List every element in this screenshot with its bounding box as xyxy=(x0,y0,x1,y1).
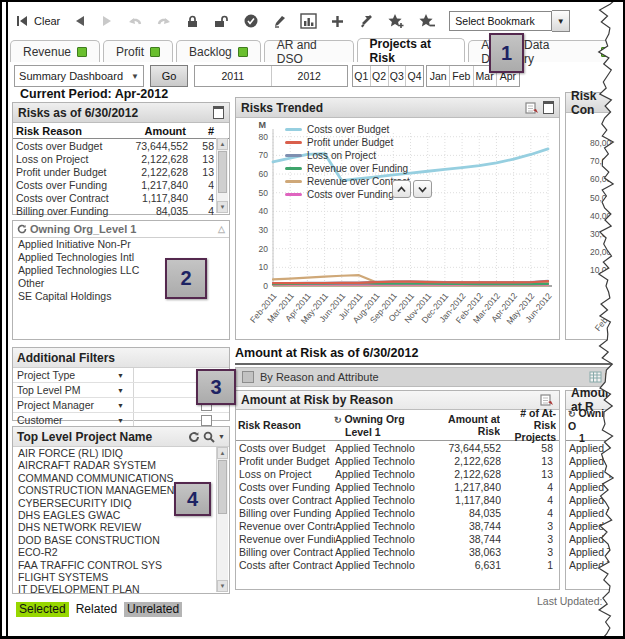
table-row[interactable]: Loss on ProjectApplied Technolo2,122,628… xyxy=(236,467,559,480)
col-at-risk-projects[interactable]: # of At-Risk Projects xyxy=(500,407,556,443)
apply-button[interactable] xyxy=(243,13,259,29)
chevron-down-icon[interactable]: ▼ xyxy=(117,417,131,424)
tab-ar-and-dso[interactable]: AR and DSO xyxy=(264,40,354,62)
table-row[interactable]: Profit under Budget2,122,62813 xyxy=(13,165,217,178)
tab-profit[interactable]: Profit xyxy=(103,40,173,62)
restore-icon[interactable] xyxy=(213,106,224,119)
list-item[interactable]: Applied Initiative Non-Pr xyxy=(13,238,229,251)
add-bookmark-button[interactable] xyxy=(387,13,405,29)
month-button[interactable]: Feb xyxy=(449,66,472,86)
quarter-button[interactable]: Q2 xyxy=(370,66,388,86)
table-row[interactable]: Costs after Contract EApplied Technolo6,… xyxy=(236,558,559,571)
list-item[interactable]: DHS NETWORK REVIEW xyxy=(13,521,217,533)
scroll-down-icon[interactable]: ▼ xyxy=(217,580,228,592)
bookmark-select[interactable]: Select Bookmark ▼ xyxy=(449,10,570,32)
list-item[interactable]: FAA TRAFFIC CONTROL SYS xyxy=(13,559,217,571)
table-row[interactable]: Billing over ContractApplied Technolo38,… xyxy=(236,545,559,558)
filter-select[interactable]: Top Level PM xyxy=(13,384,117,396)
search-icon[interactable] xyxy=(203,431,215,443)
quarter-button[interactable]: Q1 xyxy=(353,66,370,86)
remove-bookmark-button[interactable] xyxy=(418,13,436,29)
month-button[interactable]: Jan xyxy=(427,66,449,86)
add-button[interactable] xyxy=(330,14,345,29)
table-row[interactable]: Costs over ContractApplied Technolo1,117… xyxy=(236,493,559,506)
table-row[interactable]: Costs over Contract1,117,8404 xyxy=(13,191,217,204)
legend-item[interactable]: Costs over Budget xyxy=(285,123,410,136)
table-row[interactable]: Billing over FundingApplied Technolo84,0… xyxy=(236,506,559,519)
quarter-button[interactable]: Q4 xyxy=(405,66,423,86)
refresh-icon[interactable] xyxy=(188,431,200,443)
table-row[interactable]: Revenue over ContraApplied Technolo38,74… xyxy=(236,519,559,532)
col-count[interactable]: # xyxy=(186,125,214,137)
sort-icon[interactable]: △ xyxy=(218,224,225,234)
checkbox[interactable] xyxy=(242,371,254,383)
table-row[interactable]: Costs over Funding1,217,8404 xyxy=(13,178,217,191)
report-selector[interactable]: Summary Dashboard ▼ xyxy=(14,65,144,87)
legend-item[interactable]: Loss on Project xyxy=(285,149,410,162)
chart-button[interactable] xyxy=(300,13,317,29)
tab-projects-at-risk[interactable]: Projects at Risk xyxy=(357,38,466,62)
chevron-down-icon[interactable]: ▼ xyxy=(117,402,131,409)
project-scrollbar[interactable]: ▲ ▼ xyxy=(216,447,228,592)
list-item[interactable]: IT DEVELOPMENT PLAN xyxy=(13,583,217,595)
legend-item[interactable]: Profit under Budget xyxy=(285,136,410,149)
restore-icon[interactable] xyxy=(543,101,554,114)
tool-button[interactable] xyxy=(358,14,374,29)
filter-select[interactable]: Project Type xyxy=(13,369,117,381)
risks-scrollbar[interactable]: ▲ ▼ xyxy=(216,138,228,213)
refresh-icon[interactable] xyxy=(17,224,27,234)
list-item[interactable]: ECO-R2 xyxy=(13,546,217,558)
chevron-down-icon[interactable]: ▼ xyxy=(218,433,225,440)
filter-select[interactable]: Project Manager xyxy=(13,399,117,411)
back-button[interactable] xyxy=(73,14,87,28)
scroll-down-button[interactable] xyxy=(413,180,432,198)
toggle-label[interactable]: By Reason and Attribute xyxy=(260,371,379,383)
refresh-icon[interactable]: ↻ xyxy=(568,409,576,419)
tab-backlog[interactable]: Backlog xyxy=(176,40,261,62)
col-risk-reason[interactable]: Risk Reason xyxy=(16,125,120,137)
clear-button[interactable]: Clear xyxy=(14,13,60,29)
chevron-down-icon[interactable]: ▼ xyxy=(552,10,570,32)
undo-button[interactable] xyxy=(127,14,143,28)
legend-item[interactable]: Revenue over Funding xyxy=(285,162,410,175)
col-owning-org[interactable]: ↻ Owning Org Level 1 xyxy=(334,413,428,438)
unlock-button[interactable] xyxy=(213,14,230,29)
list-item[interactable]: AIRCRAFT RADAR SYSTEM xyxy=(13,459,217,471)
table-row[interactable]: Costs over FundingApplied Technolo1,217,… xyxy=(236,480,559,493)
chevron-down-icon[interactable]: ▼ xyxy=(117,372,131,379)
table-row[interactable]: Costs over Budget73,644,55258 xyxy=(13,139,217,152)
table-row[interactable]: Profit under BudgetApplied Technolo2,122… xyxy=(236,454,559,467)
checkbox[interactable] xyxy=(201,415,212,426)
export-icon[interactable] xyxy=(525,102,539,114)
lock-button[interactable] xyxy=(185,14,200,29)
scroll-up-button[interactable] xyxy=(392,180,411,198)
scroll-up-icon[interactable]: ▲ xyxy=(217,447,228,459)
scroll-up-icon[interactable]: ▲ xyxy=(217,138,228,150)
forward-button[interactable] xyxy=(100,14,114,28)
year-button[interactable]: 2011 xyxy=(195,66,271,86)
quarter-button[interactable]: Q3 xyxy=(388,66,406,86)
table-row[interactable]: Billing over Funding84,0354 xyxy=(13,204,217,217)
chevron-down-icon[interactable]: ▼ xyxy=(117,387,131,394)
col-risk-reason[interactable]: Risk Reason xyxy=(238,419,334,431)
table-row[interactable]: Revenue over FundinApplied Technolo38,74… xyxy=(236,532,559,545)
redo-button[interactable] xyxy=(156,14,172,28)
col-amount-at-risk[interactable]: Amount at Risk xyxy=(428,413,500,437)
refresh-icon[interactable]: ↻ xyxy=(334,415,342,425)
export-icon[interactable] xyxy=(540,394,554,406)
scroll-thumb[interactable] xyxy=(218,460,227,514)
filter-select[interactable]: Customer xyxy=(13,414,117,426)
list-item[interactable]: FLIGHT SYSTEMS xyxy=(13,571,217,583)
scroll-down-icon[interactable]: ▼ xyxy=(217,201,228,213)
go-button[interactable]: Go xyxy=(150,65,188,87)
list-item[interactable]: AIR FORCE (RL) IDIQ xyxy=(13,447,217,459)
list-item[interactable]: DOD BASE CONSTRUCTION xyxy=(13,534,217,546)
year-button[interactable]: 2012 xyxy=(271,66,348,86)
scroll-thumb[interactable] xyxy=(218,151,227,193)
bookmark-select-value[interactable]: Select Bookmark xyxy=(449,11,552,31)
table-row[interactable]: Costs over BudgetApplied Technolo73,644,… xyxy=(236,441,559,454)
edit-button[interactable] xyxy=(272,14,287,29)
col-amount[interactable]: Amount xyxy=(120,125,186,137)
tab-revenue[interactable]: Revenue xyxy=(10,40,100,62)
table-row[interactable]: Loss on Project2,122,62813 xyxy=(13,152,217,165)
